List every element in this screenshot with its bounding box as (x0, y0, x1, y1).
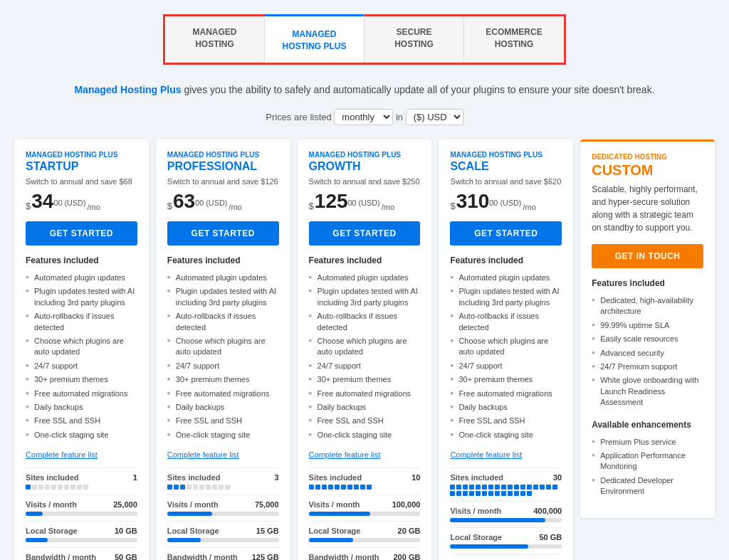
complete-feature-link[interactable]: Complete feature list (309, 450, 421, 459)
plan-type: MANAGED HOSTING PLUS (26, 151, 137, 159)
feature-item: Plugin updates tested with AI including … (450, 285, 562, 310)
metric-bar-bg (309, 512, 421, 516)
feature-item: Auto-rollbacks if issues detected (167, 310, 279, 334)
metric-row: Bandwidth / month 125 GB (167, 547, 279, 560)
feature-item: 99.99% uptime SLA (592, 319, 703, 332)
currency-label: in (396, 112, 403, 122)
cta-button-custom[interactable]: GET IN TOUCH (592, 244, 703, 268)
tab-ecommerce[interactable]: ECOMMERCEHOSTING (464, 16, 564, 63)
metric-bar-bg (450, 544, 562, 549)
metric-row: Bandwidth / month 200 GB (309, 547, 421, 560)
metric-value: 75,000 (255, 500, 279, 509)
feature-list: Automated plugin updatesPlugin updates t… (309, 271, 421, 442)
metric-label: Local Storage (450, 533, 502, 541)
feature-item: Easily scale resources (592, 332, 703, 346)
currency-select[interactable]: ($) USD(€) EUR(£) GBP (406, 109, 463, 125)
feature-item: Choose which plugins are auto updated (167, 334, 279, 359)
plan-type: MANAGED HOSTING PLUS (309, 151, 421, 159)
tab-managed-plus[interactable]: MANAGEDHOSTING PLUS (265, 14, 364, 63)
price-symbol: $ (167, 201, 172, 211)
price-period: /mo (523, 203, 535, 211)
tab-secure[interactable]: SECUREHOSTING (364, 16, 464, 63)
metric-value: 20 GB (398, 527, 421, 535)
feature-item: 30+ premium themes (309, 373, 421, 386)
feature-item: Automated plugin updates (309, 271, 421, 285)
price-symbol: $ (309, 201, 314, 211)
feature-list: Automated plugin updatesPlugin updates t… (26, 271, 137, 442)
cta-button[interactable]: GET STARTED (309, 221, 421, 245)
pricing-card-professional: MANAGED HOSTING PLUSPROFESSIONALSwitch t… (156, 139, 290, 560)
feature-item: Plugin updates tested with AI including … (26, 285, 137, 310)
sites-row: Sites included1 (26, 467, 137, 495)
metric-bar-bg (450, 518, 562, 522)
brand-name: Managed Hosting Plus (74, 84, 181, 95)
complete-feature-link[interactable]: Complete feature list (450, 450, 562, 459)
metric-value: 100,000 (392, 500, 421, 509)
price-main: 310 (456, 191, 490, 211)
metric-label: Visits / month (309, 500, 360, 509)
metric-bar-fill (309, 538, 354, 542)
metric-label: Bandwidth / month (26, 553, 96, 560)
custom-feature-list: Dedicated, high-availability architectur… (592, 294, 703, 410)
metric-bar-bg (167, 538, 279, 542)
metric-row: Local Storage 20 GB (309, 521, 421, 547)
metric-label: Visits / month (26, 500, 77, 509)
price-decimals: 00 (USD) (53, 199, 85, 211)
feature-item: Free SSL and SSH (450, 414, 562, 428)
feature-item: Free SSL and SSH (167, 414, 279, 428)
feature-item: Dedicated, high-availability architectur… (592, 294, 703, 319)
plan-name: CUSTOM (592, 162, 703, 179)
cta-button[interactable]: GET STARTED (26, 221, 137, 245)
sites-value: 30 (553, 473, 562, 482)
feature-item: 24/7 support (450, 359, 562, 373)
feature-item: 30+ premium themes (26, 373, 137, 386)
metric-value: 10 GB (115, 527, 137, 535)
tab-managed[interactable]: MANAGEDHOSTING (165, 16, 265, 63)
feature-item: Daily backups (309, 401, 421, 414)
price-symbol: $ (450, 201, 455, 211)
metric-row: Local Storage 50 GB (450, 527, 562, 554)
price-listing: Prices are listed monthlyannually in ($)… (14, 109, 715, 125)
feature-item: Automated plugin updates (167, 271, 279, 285)
feature-item: Plugin updates tested with AI including … (167, 285, 279, 310)
feature-item: Daily backups (26, 401, 137, 414)
feature-item: Free SSL and SSH (26, 414, 137, 428)
feature-item: One-click staging site (26, 428, 137, 442)
metric-bar-fill (450, 518, 545, 522)
sites-row: Sites included10 (309, 467, 421, 495)
plan-name: GROWTH (309, 160, 421, 173)
cta-button[interactable]: GET STARTED (450, 221, 562, 245)
metric-value: 50 GB (539, 533, 562, 541)
metric-label: Local Storage (26, 527, 78, 535)
sites-label: Sites included (450, 473, 503, 482)
metric-bar-fill (309, 512, 370, 516)
description: Managed Hosting Plus gives you the abili… (14, 82, 715, 97)
page-wrapper: MANAGEDHOSTINGMANAGEDHOSTING PLUSSECUREH… (0, 0, 729, 560)
complete-feature-link[interactable]: Complete feature list (167, 450, 279, 459)
metric-bar-fill (167, 512, 212, 516)
price-row: $6300 (USD)/mo (167, 191, 279, 211)
enhancement-item: Application Performance Monitoring (592, 449, 703, 474)
custom-description: Scalable, highly performant, and hyper-s… (592, 183, 703, 234)
plan-name: STARTUP (26, 160, 137, 173)
metric-row: Visits / month 100,000 (309, 495, 421, 521)
feature-item: Auto-rollbacks if issues detected (450, 310, 562, 334)
feature-item: Free automated migrations (167, 387, 279, 401)
cta-button[interactable]: GET STARTED (167, 221, 279, 245)
feature-item: 24/7 Premium support (592, 360, 703, 374)
feature-item: Choose which plugins are auto updated (26, 334, 137, 359)
feature-item: Free SSL and SSH (309, 414, 421, 428)
features-heading: Features included (26, 255, 137, 265)
feature-item: One-click staging site (450, 428, 562, 442)
frequency-select[interactable]: monthlyannually (334, 109, 393, 125)
feature-list: Automated plugin updatesPlugin updates t… (450, 271, 562, 442)
complete-feature-link[interactable]: Complete feature list (26, 450, 137, 459)
plan-name: SCALE (450, 160, 562, 173)
price-decimals: 00 (USD) (195, 199, 227, 211)
sites-label: Sites included (309, 473, 362, 482)
metric-row: Visits / month 400,000 (450, 501, 562, 527)
sites-row: Sites included3 (167, 467, 279, 495)
save-text: Switch to annual and save $250 (309, 177, 421, 186)
price-main: 34 (31, 191, 53, 211)
plan-type: MANAGED HOSTING PLUS (167, 151, 279, 159)
